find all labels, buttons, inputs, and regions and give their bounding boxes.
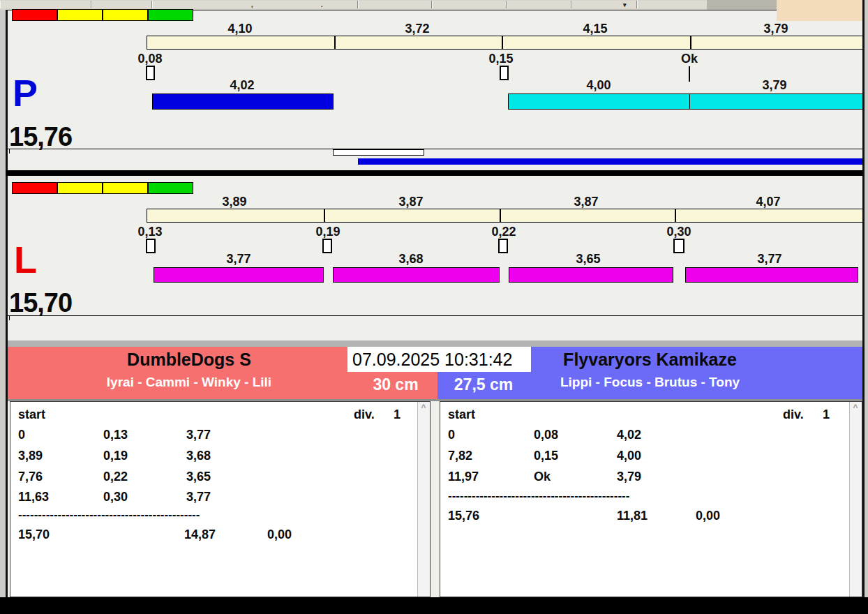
track-line bbox=[8, 315, 863, 316]
light-yellow bbox=[103, 9, 148, 21]
cell-cum: 11,97 bbox=[448, 470, 479, 484]
penalty: 0,00 bbox=[696, 509, 720, 523]
run-bar-blue bbox=[152, 93, 334, 110]
jump-height: 27,5 cm bbox=[445, 375, 522, 394]
datetime: 07.09.2025 10:31:42 bbox=[347, 347, 531, 370]
table-separator: ----------------------------------------… bbox=[448, 489, 629, 503]
cell-start: Ok bbox=[534, 470, 551, 484]
offset-marker-box bbox=[500, 66, 509, 80]
cell-start: 0,13 bbox=[103, 428, 128, 442]
lane-letter-p: P bbox=[13, 74, 38, 112]
light-green bbox=[148, 182, 193, 194]
result-table-right: start div. 1 0 0,08 4,02 7,82 0,15 4,00 … bbox=[440, 401, 862, 597]
bar-divider bbox=[689, 94, 690, 109]
offset-marker-box bbox=[146, 239, 156, 253]
toolbar-button[interactable] bbox=[571, 1, 637, 8]
run-bar-magenta bbox=[154, 267, 324, 283]
total-time: 15,76 bbox=[448, 509, 479, 523]
lane-total-p: 15,76 bbox=[9, 123, 72, 150]
light-yellow bbox=[57, 9, 103, 21]
division-value: 1 bbox=[394, 407, 401, 422]
cell-run: 3,65 bbox=[186, 470, 211, 484]
side-panel-fragment bbox=[777, 0, 868, 21]
progress-bar bbox=[358, 158, 863, 165]
team-dogs: Iyrai - Cammi - Winky - Lili bbox=[15, 375, 364, 390]
toolbar-button[interactable] bbox=[637, 1, 708, 8]
toolbar-button[interactable] bbox=[152, 1, 358, 8]
split-time: 4,15 bbox=[553, 22, 637, 36]
split-time: 3,87 bbox=[369, 195, 453, 209]
run-bar-magenta bbox=[509, 267, 673, 283]
light-red bbox=[12, 9, 57, 21]
toolbar-button[interactable] bbox=[507, 1, 571, 8]
ruler-divider bbox=[690, 36, 691, 49]
light-yellow bbox=[57, 182, 103, 194]
datetime-box: 07.09.2025 10:31:42 bbox=[347, 347, 531, 372]
split-ruler-p bbox=[147, 36, 863, 50]
toolbar-button[interactable] bbox=[358, 1, 432, 8]
light-yellow bbox=[103, 182, 148, 194]
cell-cum: 11,63 bbox=[18, 490, 49, 504]
lane-divider bbox=[6, 170, 866, 176]
toolbar-glyph: , bbox=[251, 1, 253, 8]
run-bar-cyan bbox=[508, 93, 864, 110]
scrollbar[interactable]: ^ bbox=[849, 402, 862, 597]
total-time: 15,70 bbox=[18, 527, 50, 542]
split-time: 3,79 bbox=[734, 22, 818, 36]
run-time: 4,00 bbox=[571, 78, 627, 93]
run-time: 3,77 bbox=[742, 252, 798, 267]
run-bar-magenta bbox=[333, 267, 500, 283]
ruler-divider bbox=[500, 209, 501, 222]
track-tick bbox=[9, 149, 10, 154]
dropdown-icon[interactable]: ▾ bbox=[623, 1, 627, 8]
penalty: 0,00 bbox=[267, 527, 292, 542]
track-line bbox=[8, 149, 863, 149]
cell-start: 0,19 bbox=[103, 449, 128, 463]
cell-start: 0,15 bbox=[534, 449, 558, 463]
track-tick bbox=[9, 315, 10, 320]
lane-total-l: 15,70 bbox=[9, 290, 72, 316]
jump-height: 30 cm bbox=[357, 375, 434, 394]
run-time: 3,65 bbox=[560, 252, 616, 267]
cell-cum: 7,82 bbox=[448, 449, 472, 463]
start-lights-p bbox=[12, 9, 195, 21]
offset-marker-box bbox=[146, 66, 155, 80]
cell-run: 4,02 bbox=[617, 428, 641, 442]
offset-marker-box bbox=[498, 239, 508, 253]
cell-start: 0,30 bbox=[103, 490, 128, 504]
split-time: 3,72 bbox=[375, 22, 459, 36]
window-edge-left bbox=[0, 10, 6, 597]
ok-marker-line bbox=[689, 66, 690, 82]
scroll-up-icon[interactable]: ^ bbox=[418, 403, 429, 412]
cell-run: 4,00 bbox=[617, 449, 641, 463]
cell-start: 0,08 bbox=[534, 428, 558, 442]
bottom-bar bbox=[0, 597, 868, 614]
cell-run: 3,79 bbox=[617, 470, 641, 484]
lane-letter-l: L bbox=[14, 241, 37, 278]
split-time: 3,89 bbox=[193, 195, 276, 209]
cell-start: 0,22 bbox=[103, 470, 128, 484]
toolbar-button[interactable] bbox=[91, 1, 152, 8]
run-time: 3,77 bbox=[211, 252, 267, 267]
scrollbar[interactable]: ^ bbox=[417, 402, 430, 597]
ruler-divider bbox=[675, 209, 676, 222]
window-edge-right bbox=[865, 0, 868, 597]
split-time: 4,10 bbox=[198, 22, 282, 36]
cell-run: 3,77 bbox=[186, 428, 211, 442]
cell-cum: 0 bbox=[448, 428, 455, 442]
ok-label: Ok bbox=[661, 52, 717, 66]
run-time: 3,79 bbox=[747, 78, 802, 93]
cell-cum: 3,89 bbox=[18, 449, 43, 463]
offset-marker-box bbox=[673, 239, 684, 253]
toolbar-button[interactable] bbox=[0, 1, 91, 8]
toolbar-button[interactable] bbox=[432, 1, 507, 8]
start-offset-label: 0,15 bbox=[473, 52, 529, 66]
split-time: 3,87 bbox=[544, 195, 628, 209]
scroll-up-icon[interactable]: ^ bbox=[850, 403, 861, 412]
division-value: 1 bbox=[823, 407, 830, 422]
ruler-divider bbox=[324, 209, 325, 222]
split-time: 4,07 bbox=[726, 195, 810, 209]
cell-cum: 7,76 bbox=[18, 470, 43, 484]
start-offset-label: 0,08 bbox=[122, 52, 178, 66]
division-label: div. bbox=[354, 407, 375, 422]
